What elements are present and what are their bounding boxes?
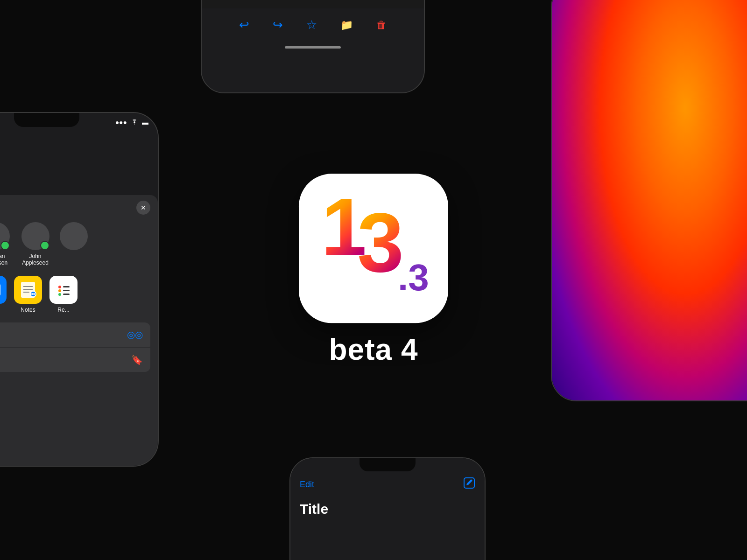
phone-top: ↩ ↪ ☆ 📁 🗑 [201,0,425,93]
app-icon-notes[interactable]: Notes [14,276,42,313]
signal-icon: ●●● [115,119,127,126]
contact-name: John Appleseed [20,253,50,266]
svg-point-9 [58,286,61,288]
beta-label: beta 4 [329,332,418,367]
svg-point-8 [33,293,35,295]
message-badge [0,241,10,250]
wifi-icon [131,119,138,126]
folder-icon[interactable]: 📁 [340,19,353,31]
center-logo: 1 3 .3 beta 4 [299,174,448,367]
app-icon-mail[interactable]: Mail [0,276,7,313]
home-indicator [285,46,341,49]
svg-point-10 [58,289,61,292]
contact-item[interactable]: John Appleseed [20,222,50,266]
avatar [60,222,88,250]
share-header: title Options › ✕ [0,201,150,215]
notes-title: Title [300,501,475,517]
notes-label: Notes [21,307,35,313]
message-badge [40,241,49,250]
compose-icon[interactable] [463,477,475,492]
phone-right [551,0,747,401]
bookmark-action[interactable]: Bookmark 🔖 [0,348,150,372]
notes-edit-bar: Edit [300,477,475,492]
svg-text:3: 3 [357,196,404,289]
phone-left: ●●● ▬ title Options › ✕ [0,112,159,467]
contact-name: Kristian Andersen [0,253,11,266]
app-icon-reminders[interactable]: Re... [49,276,78,313]
svg-point-11 [58,293,61,296]
svg-point-7 [31,293,33,295]
contact-item[interactable]: Kristian Andersen [0,222,11,266]
mail-icon [0,276,7,304]
toolbar-row: ↩ ↪ ☆ 📁 🗑 [239,18,387,32]
edit-button[interactable]: Edit [300,480,314,490]
battery-icon: ▬ [142,119,148,126]
action-rows: Reading List ◎◎ Bookmark 🔖 [0,322,150,372]
phone-bottom: Edit Title [289,457,486,560]
svg-rect-13 [63,290,70,291]
reading-list-action[interactable]: Reading List ◎◎ [0,322,150,347]
avatar [21,222,49,250]
svg-text:.3: .3 [398,257,429,298]
reminders-label: Re... [57,307,69,313]
close-button[interactable]: ✕ [136,201,150,215]
ios-app-icon: 1 3 .3 [299,174,448,323]
notes-icon [14,276,42,304]
svg-rect-12 [63,286,70,287]
notch [359,458,416,471]
contact-item[interactable] [60,222,88,266]
bookmark-icon: 🔖 [131,354,143,365]
app-icons-row: Messages Mail [0,276,150,313]
avatar [0,222,10,250]
trash-icon[interactable]: 🗑 [376,19,387,31]
wallpaper [552,0,747,400]
notch [14,113,79,127]
star-icon[interactable]: ☆ [306,18,317,32]
undo-icon[interactable]: ↩ [239,18,249,32]
reminders-icon [49,276,78,304]
contact-row: Emil Baehr Kristian Andersen John Apples… [0,222,150,266]
svg-rect-14 [63,294,70,295]
glasses-icon: ◎◎ [127,329,143,340]
redo-icon[interactable]: ↪ [273,18,283,32]
share-sheet: title Options › ✕ Emil Baehr [0,195,158,466]
